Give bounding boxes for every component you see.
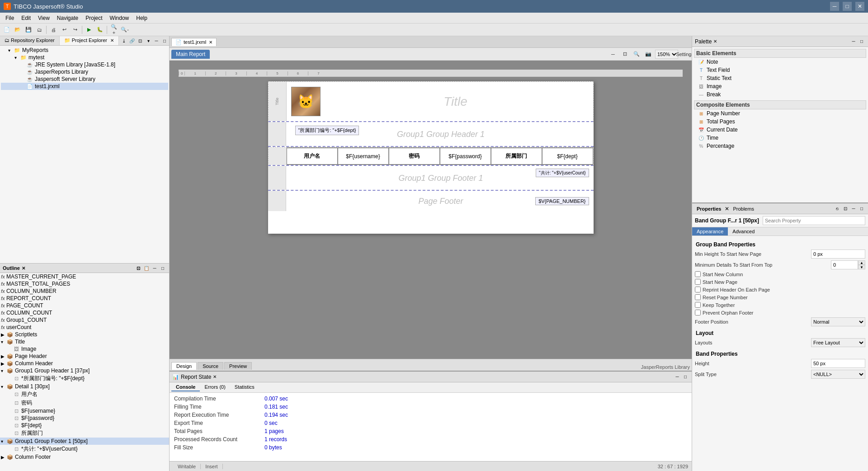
- spinner-up[interactable]: ▲: [858, 260, 865, 265]
- statistics-tab[interactable]: Statistics: [230, 383, 259, 391]
- run-button[interactable]: ▶: [84, 25, 94, 35]
- zoom-in-button[interactable]: 🔍+: [109, 25, 119, 35]
- start-new-column-checkbox[interactable]: [695, 271, 701, 277]
- palette-total-pages[interactable]: ⊞ Total Pages: [694, 118, 866, 126]
- outline-page-header[interactable]: ▶ 📦 Page Header: [0, 353, 169, 360]
- advanced-tab[interactable]: Advanced: [728, 227, 759, 236]
- menu-file[interactable]: File: [2, 14, 18, 22]
- outline-master-current[interactable]: fx MASTER_CURRENT_PAGE: [0, 273, 169, 280]
- zoom-in-btn[interactable]: 🔍: [632, 49, 642, 59]
- tree-item-myreports[interactable]: ▾ 📁 MyReports: [1, 47, 168, 54]
- open-button[interactable]: 📂: [13, 25, 23, 35]
- outline-fpassword[interactable]: ⊡ $F{password}: [0, 414, 169, 422]
- menu-window[interactable]: Window: [106, 14, 133, 22]
- outline-group1-footer[interactable]: ▾ 📦 Group1 Group Footer 1 [50px]: [0, 438, 169, 445]
- reset-page-checkbox[interactable]: [695, 294, 701, 300]
- outline-password-label[interactable]: ⊡ 密码: [0, 399, 169, 407]
- settings-btn[interactable]: Settings: [680, 49, 690, 59]
- reprint-header-checkbox[interactable]: [695, 287, 701, 292]
- outline-minimize-icon[interactable]: ─: [151, 264, 158, 272]
- outline-maximize-icon[interactable]: □: [159, 264, 166, 272]
- maximize-panel-icon[interactable]: □: [161, 37, 168, 44]
- close-tab-icon[interactable]: ✕: [209, 40, 212, 45]
- outline-scriptlets[interactable]: ▶ 📦 Scriptlets: [0, 331, 169, 338]
- props-icon-2[interactable]: ⊡: [842, 205, 849, 212]
- undo-button[interactable]: ↩: [59, 25, 69, 35]
- tree-item-mytest[interactable]: ▾ 📁 mytest: [1, 54, 168, 61]
- screenshot-btn[interactable]: 📷: [643, 49, 653, 59]
- appearance-tab[interactable]: Appearance: [692, 227, 728, 236]
- collapse-all-icon[interactable]: ⤓: [120, 37, 127, 44]
- state-min-icon[interactable]: ─: [674, 373, 681, 381]
- outline-column-number[interactable]: fx COLUMN_NUMBER: [0, 287, 169, 295]
- outline-sum-field[interactable]: ⊡ *共计: "+$V{userCount}: [0, 445, 169, 453]
- outline-group1-header[interactable]: ▾ 📦 Group1 Group Header 1 [37px]: [0, 367, 169, 374]
- outline-fusername[interactable]: ⊡ $F{username}: [0, 407, 169, 414]
- palette-note[interactable]: 📝 Note: [694, 58, 866, 66]
- palette-text-field[interactable]: T Text Field: [694, 66, 866, 74]
- save-all-button[interactable]: 🗂: [34, 25, 44, 35]
- props-min-icon[interactable]: ─: [850, 205, 857, 212]
- palette-static-text[interactable]: T Static Text: [694, 74, 866, 82]
- outline-suodept[interactable]: ⊡ 所属部门: [0, 429, 169, 438]
- problems-tab[interactable]: Problems: [731, 206, 755, 212]
- palette-current-date[interactable]: 📅 Current Date: [694, 126, 866, 134]
- state-max-icon[interactable]: □: [682, 373, 689, 381]
- layouts-select[interactable]: Free Layout: [811, 338, 865, 347]
- outline-icon-2[interactable]: 📋: [143, 264, 150, 272]
- outline-report-count[interactable]: fx REPORT_COUNT: [0, 295, 169, 302]
- redo-button[interactable]: ↪: [70, 25, 80, 35]
- outline-title[interactable]: ▾ 📦 Title: [0, 338, 169, 345]
- project-explorer-tab[interactable]: 📁 Project Explorer ✕: [60, 36, 119, 45]
- preview-tab[interactable]: Preview: [224, 362, 252, 370]
- palette-min-icon[interactable]: ─: [850, 38, 857, 45]
- design-tab[interactable]: Design: [171, 362, 197, 370]
- menu-navigate[interactable]: Navigate: [53, 14, 82, 22]
- zoom-select[interactable]: 150%: [655, 50, 678, 59]
- outline-fdept[interactable]: ⊡ $F{dept}: [0, 422, 169, 429]
- outline-column-header[interactable]: ▶ 📦 Column Header: [0, 360, 169, 367]
- zoom-fit-btn[interactable]: ⊡: [620, 49, 630, 59]
- zoom-out-button[interactable]: 🔍-: [120, 25, 130, 35]
- print-button[interactable]: 🖨: [48, 25, 58, 35]
- source-tab[interactable]: Source: [198, 362, 223, 370]
- outline-icon-1[interactable]: ⊡: [135, 264, 142, 272]
- props-max-icon[interactable]: □: [858, 205, 865, 212]
- start-new-page-checkbox[interactable]: [695, 279, 701, 285]
- menu-edit[interactable]: Edit: [18, 14, 34, 22]
- outline-detail1[interactable]: ▾ 📦 Detail 1 [30px]: [0, 383, 169, 390]
- filter-icon[interactable]: ⊡: [137, 37, 144, 44]
- palette-break[interactable]: — Break: [694, 90, 866, 99]
- repository-explorer-tab[interactable]: 🗂 Repository Explorer: [0, 36, 60, 45]
- tree-item-jre[interactable]: ☕ JRE System Library [JavaSE-1.8]: [1, 61, 168, 68]
- outline-username-label[interactable]: ⊡ 用户名: [0, 390, 169, 399]
- split-type-select[interactable]: <NULL>: [811, 370, 865, 379]
- menu-project[interactable]: Project: [82, 14, 106, 22]
- tree-item-test1[interactable]: 📄 test1.jrxml: [1, 83, 168, 90]
- prevent-orphan-checkbox[interactable]: [695, 310, 701, 316]
- save-button[interactable]: 💾: [24, 25, 33, 35]
- errors-tab[interactable]: Errors (0): [200, 383, 230, 391]
- palette-time[interactable]: 🕐 Time: [694, 134, 866, 142]
- outline-image[interactable]: 🖼 Image: [0, 345, 169, 353]
- close-report-state-icon[interactable]: ✕: [213, 374, 217, 379]
- main-report-tab[interactable]: Main Report: [171, 50, 210, 59]
- menu-view[interactable]: View: [34, 14, 53, 22]
- properties-tab[interactable]: Properties: [695, 206, 723, 212]
- debug-button[interactable]: 🐛: [95, 25, 105, 35]
- close-button[interactable]: ✕: [855, 2, 864, 11]
- view-menu-icon[interactable]: ▾: [145, 37, 152, 44]
- tree-item-jaspersoft-lib[interactable]: ☕ Jaspersoft Server Library: [1, 75, 168, 83]
- minimize-panel-icon[interactable]: ─: [153, 37, 160, 44]
- palette-image[interactable]: 🖼 Image: [694, 82, 866, 90]
- outline-master-total[interactable]: fx MASTER_TOTAL_PAGES: [0, 280, 169, 287]
- spinner-down[interactable]: ▼: [858, 265, 865, 269]
- outline-col-footer[interactable]: ▶ 📦 Column Footer: [0, 453, 169, 461]
- minimize-button[interactable]: ─: [830, 2, 839, 11]
- zoom-out-btn[interactable]: ─: [608, 49, 618, 59]
- palette-max-icon[interactable]: □: [858, 38, 865, 45]
- outline-column-count[interactable]: fx COLUMN_COUNT: [0, 309, 169, 316]
- close-outline-icon[interactable]: ✕: [22, 266, 25, 271]
- menu-help[interactable]: Help: [132, 14, 151, 22]
- new-button[interactable]: 📄: [2, 25, 12, 35]
